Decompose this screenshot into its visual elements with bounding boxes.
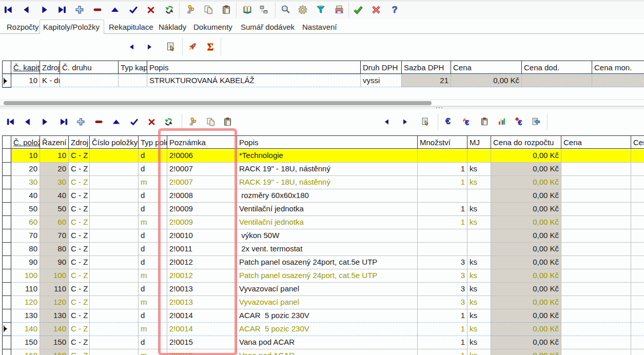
svg-text:€: € bbox=[465, 119, 469, 126]
svg-text:€: € bbox=[518, 119, 522, 126]
svg-text:Σ: Σ bbox=[207, 42, 213, 52]
svg-text:€: € bbox=[445, 117, 451, 126]
svg-text:?: ? bbox=[392, 5, 397, 15]
